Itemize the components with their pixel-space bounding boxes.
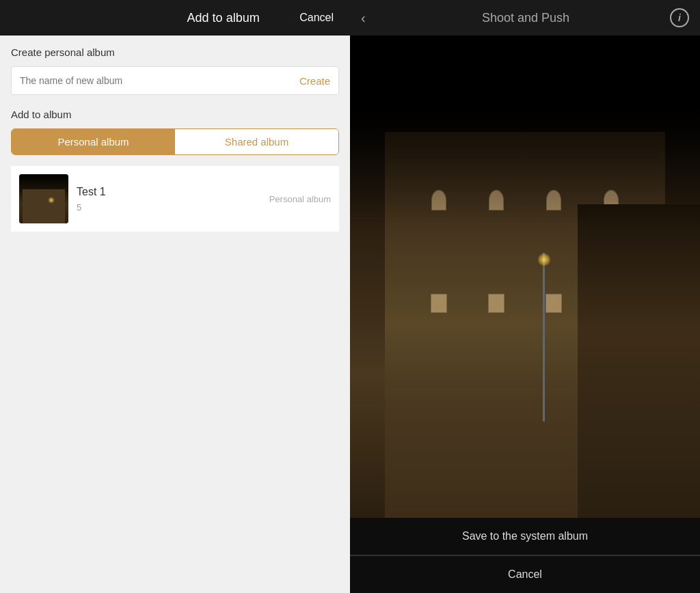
photo-area xyxy=(350,36,700,518)
left-panel: Add to album Cancel Create personal albu… xyxy=(0,0,350,593)
info-icon[interactable]: i xyxy=(670,8,689,27)
add-to-album-title: Add to album xyxy=(152,11,294,25)
street-light-glow xyxy=(537,253,551,266)
photo-background xyxy=(350,36,700,518)
album-list: Test 1 5 Personal album xyxy=(11,166,339,232)
tab-shared-album[interactable]: Shared album xyxy=(175,129,338,154)
album-item-count: 5 xyxy=(77,202,261,212)
window xyxy=(431,294,447,313)
thumb-building xyxy=(23,189,65,223)
window xyxy=(488,294,504,313)
left-content: Create personal album Create Add to albu… xyxy=(0,36,350,593)
cancel-header-button[interactable]: Cancel xyxy=(294,12,339,24)
right-header: ‹ Shoot and Push i xyxy=(350,0,700,36)
street-light xyxy=(543,253,545,422)
window xyxy=(546,294,562,313)
album-item-type: Personal album xyxy=(269,194,331,204)
album-info: Test 1 5 xyxy=(68,186,269,212)
album-list-item[interactable]: Test 1 5 Personal album xyxy=(11,166,339,232)
tab-personal-album[interactable]: Personal album xyxy=(12,129,175,154)
add-to-album-section-title: Add to album xyxy=(11,109,339,120)
create-album-button[interactable]: Create xyxy=(299,72,330,89)
shoot-push-title: Shoot and Push xyxy=(381,11,670,25)
album-name-row: Create xyxy=(11,66,339,95)
left-header: Add to album Cancel xyxy=(0,0,350,36)
create-album-section-title: Create personal album xyxy=(11,46,339,58)
back-icon[interactable]: ‹ xyxy=(361,10,381,26)
album-thumbnail xyxy=(19,174,68,223)
album-name-input[interactable] xyxy=(20,67,299,94)
save-system-button[interactable]: Save to the system album xyxy=(350,518,700,556)
right-panel: ‹ Shoot and Push i xyxy=(350,0,700,593)
right-footer: Save to the system album Cancel xyxy=(350,518,700,593)
album-type-tabs: Personal album Shared album xyxy=(11,128,339,155)
cancel-bottom-button[interactable]: Cancel xyxy=(350,556,700,593)
thumbnail-background xyxy=(19,174,68,223)
album-item-name: Test 1 xyxy=(77,186,261,198)
